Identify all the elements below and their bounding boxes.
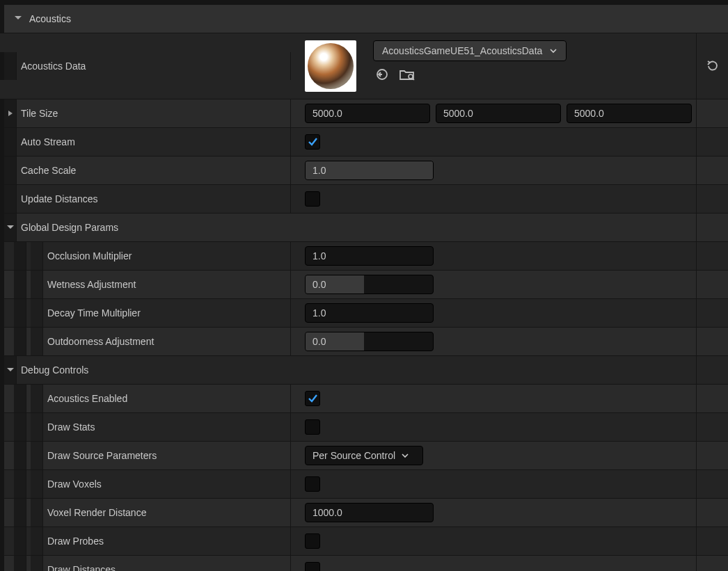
label-acoustics-data: Acoustics Data [21,61,86,72]
label-occlusion: Occlusion Multiplier [47,250,132,262]
wetness-input[interactable]: 0.0 [305,275,434,294]
label-acoustics-enabled: Acoustics Enabled [47,393,127,404]
draw-distances-checkbox[interactable] [305,562,320,571]
chevron-down-icon [549,47,557,55]
label-outdoor: Outdoorness Adjustment [47,336,154,347]
browse-icon[interactable] [399,67,415,82]
expand-icon[interactable] [6,366,15,374]
tile-size-x[interactable]: 5000.0 [305,104,430,123]
expand-icon[interactable] [6,223,15,232]
label-update-distances: Update Distances [21,193,98,204]
draw-source-params-dropdown[interactable]: Per Source Control [305,446,423,465]
chevron-down-icon [401,451,409,460]
label-decay: Decay Time Multiplier [47,307,141,319]
use-selected-icon[interactable] [374,67,390,82]
asset-thumbnail[interactable] [305,40,356,92]
draw-stats-checkbox[interactable] [305,419,320,435]
cache-scale-input[interactable]: 1.0 [305,161,434,180]
label-draw-source-params: Draw Source Parameters [47,450,157,461]
auto-stream-checkbox[interactable] [305,134,320,150]
acoustics-enabled-checkbox[interactable] [305,391,320,406]
reset-icon[interactable] [705,58,720,74]
label-draw-probes: Draw Probes [47,536,104,547]
tile-size-z[interactable]: 5000.0 [567,104,692,123]
draw-probes-checkbox[interactable] [305,533,320,549]
occlusion-input[interactable]: 1.0 [305,246,434,266]
label-auto-stream: Auto Stream [21,136,75,147]
label-draw-voxels: Draw Voxels [47,478,102,490]
label-draw-stats: Draw Stats [47,421,95,433]
tile-size-y[interactable]: 5000.0 [436,104,561,123]
decay-input[interactable]: 1.0 [305,303,434,323]
label-cache-scale: Cache Scale [21,165,76,176]
section-acoustics[interactable]: Acoustics [29,13,71,24]
draw-voxels-checkbox[interactable] [305,476,320,492]
expand-right-icon[interactable] [7,110,14,117]
outdoor-input[interactable]: 0.0 [305,332,434,351]
section-global-design[interactable]: Global Design Params [21,222,118,233]
section-debug[interactable]: Debug Controls [21,364,88,376]
asset-dropdown[interactable]: AcousticsGameUE51_AcousticsData [373,40,567,61]
update-distances-checkbox[interactable] [305,191,320,207]
label-tile-size: Tile Size [21,108,58,119]
label-draw-distances: Draw Distances [47,564,116,571]
expand-icon[interactable] [14,14,24,24]
voxel-render-dist-input[interactable]: 1000.0 [305,503,434,522]
label-wetness: Wetness Adjustment [47,279,136,290]
label-voxel-render-dist: Voxel Render Distance [47,507,146,518]
